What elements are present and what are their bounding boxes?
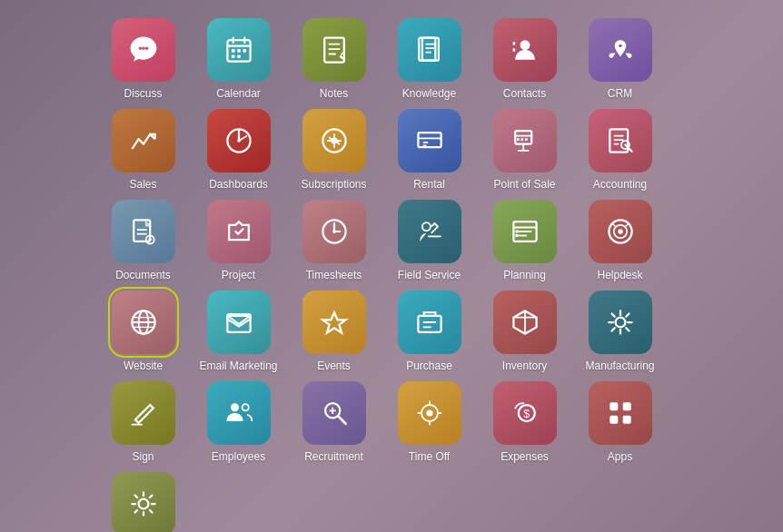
svg-rect-27: [418, 133, 441, 147]
app-label-dashboards: Dashboards: [209, 178, 268, 191]
app-item-recruitment[interactable]: Recruitment: [291, 381, 377, 463]
app-icon-website: [112, 291, 175, 354]
app-item-email-marketing[interactable]: Email Marketing: [195, 291, 282, 372]
svg-rect-5: [237, 49, 241, 53]
app-item-documents[interactable]: Documents: [100, 200, 186, 281]
svg-rect-20: [512, 48, 515, 52]
svg-point-26: [331, 137, 337, 143]
app-item-helpdesk[interactable]: Helpdesk: [577, 200, 663, 281]
svg-point-92: [138, 499, 148, 509]
svg-rect-7: [231, 54, 234, 58]
app-icon-accounting: [589, 109, 652, 172]
app-item-notes[interactable]: Notes: [291, 18, 377, 100]
app-icon-sales: [112, 109, 175, 172]
app-item-employees[interactable]: Employees: [195, 381, 282, 463]
svg-line-81: [338, 417, 345, 424]
app-grid: DiscussCalendarNotesKnowledgeContactsCRM…: [0, 0, 783, 532]
svg-rect-6: [243, 49, 246, 53]
svg-rect-19: [512, 42, 515, 45]
svg-point-84: [426, 409, 432, 416]
app-item-point-of-sale[interactable]: Point of Sale: [481, 109, 568, 191]
app-label-project: Project: [222, 269, 255, 281]
app-icon-manufacturing: [589, 291, 652, 354]
app-item-events[interactable]: Events: [291, 291, 377, 372]
app-icon-knowledge: [398, 18, 461, 82]
svg-point-63: [618, 229, 622, 233]
app-item-inventory[interactable]: Inventory: [481, 291, 568, 372]
svg-text:$: $: [523, 408, 530, 420]
svg-rect-90: [610, 416, 618, 424]
app-label-time-off: Time Off: [409, 450, 450, 463]
app-label-timesheets: Timesheets: [306, 269, 362, 281]
app-item-planning[interactable]: Planning: [481, 200, 568, 281]
app-label-email-marketing: Email Marketing: [199, 360, 277, 372]
app-item-calendar[interactable]: Calendar: [195, 18, 282, 100]
app-label-contacts: Contacts: [503, 87, 546, 100]
svg-point-76: [615, 318, 625, 328]
svg-rect-71: [418, 316, 441, 332]
app-item-project[interactable]: Project: [195, 200, 282, 281]
svg-line-61: [612, 223, 617, 228]
app-item-expenses[interactable]: $Expenses: [481, 381, 568, 463]
app-icon-settings: [112, 472, 175, 532]
app-label-sales: Sales: [129, 178, 156, 191]
app-icon-employees: [207, 381, 271, 445]
app-item-sales[interactable]: Sales: [100, 109, 186, 191]
app-icon-helpdesk: [589, 200, 652, 263]
app-label-knowledge: Knowledge: [402, 87, 456, 100]
app-label-planning: Planning: [503, 269, 546, 281]
svg-rect-33: [517, 138, 520, 141]
app-item-subscriptions[interactable]: Subscriptions: [291, 109, 377, 191]
svg-rect-4: [231, 49, 234, 53]
svg-marker-70: [322, 312, 345, 333]
svg-point-50: [332, 230, 336, 233]
svg-point-58: [515, 234, 519, 238]
app-label-helpdesk: Helpdesk: [597, 269, 642, 281]
app-label-employees: Employees: [212, 450, 265, 463]
app-icon-timesheets: [302, 200, 366, 263]
app-item-knowledge[interactable]: Knowledge: [386, 18, 472, 100]
app-icon-time-off: [398, 381, 461, 445]
app-icon-email-marketing: [207, 291, 271, 354]
app-label-calendar: Calendar: [216, 87, 261, 100]
app-icon-subscriptions: [302, 109, 366, 172]
app-icon-documents: [112, 200, 175, 263]
app-item-settings[interactable]: Settings: [100, 472, 186, 532]
app-icon-discuss: [112, 18, 175, 82]
app-icon-contacts: [493, 18, 557, 82]
app-item-website[interactable]: Website: [100, 291, 186, 372]
app-icon-recruitment: [302, 381, 366, 445]
app-icon-planning: [493, 200, 557, 263]
app-label-notes: Notes: [320, 87, 348, 100]
app-icon-project: [207, 200, 271, 263]
app-item-manufacturing[interactable]: Manufacturing: [577, 291, 663, 372]
app-item-accounting[interactable]: Accounting: [577, 109, 663, 191]
app-icon-purchase: [398, 291, 461, 354]
svg-point-78: [231, 403, 239, 411]
app-item-apps[interactable]: Apps: [577, 381, 663, 463]
app-icon-inventory: [493, 291, 557, 354]
app-label-website: Website: [124, 360, 163, 372]
app-label-purchase: Purchase: [406, 360, 452, 372]
app-label-rental: Rental: [413, 178, 445, 191]
app-item-rental[interactable]: Rental: [386, 109, 472, 191]
app-item-discuss[interactable]: Discuss: [100, 18, 186, 100]
svg-point-57: [515, 230, 519, 233]
app-item-purchase[interactable]: Purchase: [386, 291, 472, 372]
app-icon-rental: [398, 109, 461, 172]
app-icon-crm: [589, 18, 652, 82]
app-icon-sign: [112, 381, 175, 445]
app-label-events: Events: [317, 360, 351, 372]
svg-point-79: [242, 404, 248, 410]
app-item-sign[interactable]: Sign: [100, 381, 186, 463]
app-item-timesheets[interactable]: Timesheets: [291, 200, 377, 281]
svg-point-51: [421, 222, 430, 231]
app-item-crm[interactable]: CRM: [577, 18, 663, 100]
app-label-discuss: Discuss: [124, 87, 162, 100]
app-label-recruitment: Recruitment: [304, 450, 363, 463]
app-icon-point-of-sale: [493, 109, 557, 172]
app-item-dashboards[interactable]: Dashboards: [195, 109, 282, 191]
app-item-field-service[interactable]: Field Service: [386, 200, 472, 281]
app-item-contacts[interactable]: Contacts: [481, 18, 568, 100]
app-item-time-off[interactable]: Time Off: [386, 381, 472, 463]
